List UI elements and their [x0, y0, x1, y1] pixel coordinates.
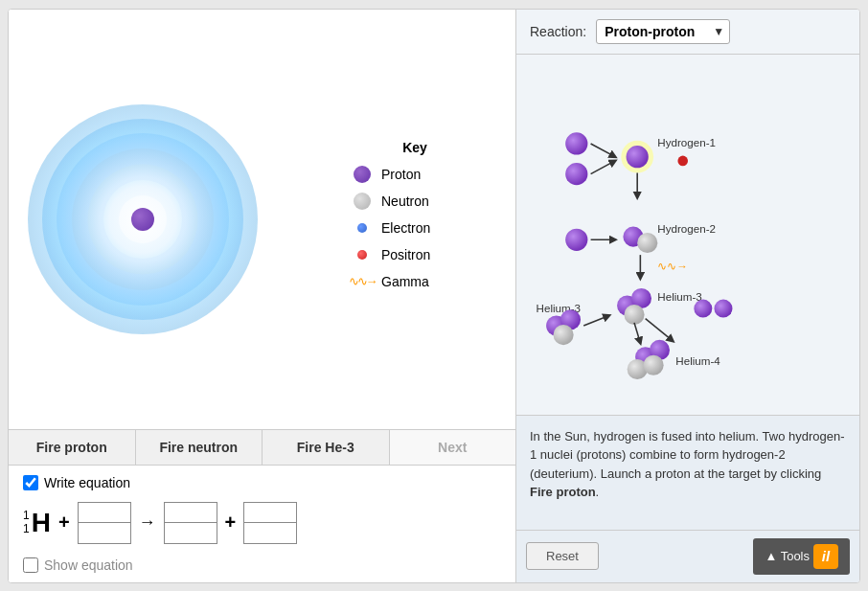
- write-equation-checkbox[interactable]: [23, 475, 38, 490]
- eq-box-2-inner: [165, 503, 217, 543]
- reaction-select[interactable]: Proton-proton CNO cycle: [596, 19, 730, 44]
- tools-orange-icon: il: [813, 544, 838, 569]
- right-panel: Reaction: Proton-proton CNO cycle ▼: [516, 10, 859, 582]
- electron-circle: [357, 223, 367, 233]
- nucleus-scripts: 1 1: [23, 510, 30, 534]
- h2-label: Hydrogen-2: [657, 221, 716, 234]
- eq-box-3-bottom: [244, 523, 296, 543]
- main-container: Key Proton Neutron E: [8, 9, 860, 583]
- positron-label: Positron: [381, 247, 430, 262]
- neutron-label: Neutron: [381, 193, 429, 209]
- fire-proton-bold: Fire proton: [530, 485, 596, 499]
- eq-box-3-top: [244, 503, 296, 524]
- buttons-bar: Fire proton Fire neutron Fire He-3 Next: [9, 429, 515, 466]
- key-panel: Key Proton Neutron E: [343, 130, 496, 308]
- key-positron: Positron: [353, 245, 477, 264]
- reaction-header: Reaction: Proton-proton CNO cycle ▼: [516, 10, 859, 55]
- reaction-diagram: Hydrogen-1 Hydrogen-2 ∿∿→ Heli: [516, 55, 859, 415]
- reaction-svg: Hydrogen-1 Hydrogen-2 ∿∿→ Heli: [526, 64, 850, 405]
- proton-1: [565, 132, 587, 154]
- key-neutron: Neutron: [353, 192, 477, 211]
- he3r-n1: [624, 304, 644, 324]
- fire-proton-button[interactable]: Fire proton: [9, 430, 136, 465]
- he4-label: Helium-4: [675, 354, 720, 367]
- next-button[interactable]: Next: [390, 430, 516, 465]
- electron-label: Electron: [381, 220, 430, 236]
- electron-icon: [353, 218, 372, 238]
- plus-sign-2: +: [225, 511, 237, 534]
- element-symbol: 1 1 H: [23, 508, 51, 538]
- eq-box-2-bottom: [165, 523, 217, 543]
- element-letter: H: [32, 508, 51, 538]
- fire-he3-button[interactable]: Fire He-3: [263, 430, 390, 465]
- write-equation-row: Write equation: [23, 475, 501, 490]
- arrow-8: [634, 322, 640, 342]
- plus-sign-1: +: [58, 511, 70, 534]
- ejected-p1: [694, 299, 712, 317]
- show-equation-row: Show equation: [23, 557, 501, 573]
- h2-neutron: [637, 232, 657, 252]
- proton-3: [565, 228, 587, 250]
- key-gamma: ∿∿→ Gamma: [353, 272, 477, 291]
- reset-button[interactable]: Reset: [526, 542, 599, 570]
- neutron-circle: [354, 193, 371, 210]
- ejected-p2: [714, 299, 732, 317]
- equation-box-2: [164, 502, 217, 544]
- atom-area: Key Proton Neutron E: [9, 10, 515, 429]
- gamma-wave: ∿∿→: [349, 274, 377, 288]
- proton-label: Proton: [381, 167, 421, 182]
- atom-nucleus: [131, 208, 154, 231]
- equation-area: Write equation 1 1 H +: [9, 466, 515, 582]
- key-title: Key: [353, 140, 477, 155]
- description-end: .: [596, 485, 600, 499]
- atom-visualization: [28, 104, 258, 334]
- arrow-1: [591, 143, 615, 156]
- h1-label: Hydrogen-1: [657, 136, 716, 148]
- eq-box-1-inner: [79, 503, 130, 543]
- proton-icon: [353, 165, 372, 184]
- subscript: 1: [23, 523, 30, 535]
- h1-nucleus: [627, 146, 649, 168]
- key-proton: Proton: [353, 165, 477, 184]
- show-equation-checkbox[interactable]: [23, 557, 38, 573]
- bottom-bar: Reset ▲ Tools il: [516, 530, 859, 582]
- reaction-label: Reaction:: [530, 24, 586, 39]
- eq-box-2-top: [165, 503, 217, 524]
- gamma-wave-label: ∿∿→: [657, 259, 688, 271]
- equation-box-3: [243, 502, 297, 544]
- description-area: In the Sun, hydrogen is fused into heliu…: [516, 415, 859, 530]
- positron-1: [677, 155, 688, 166]
- proton-2: [565, 163, 587, 185]
- positron-circle: [357, 250, 367, 260]
- positron-icon: [353, 245, 372, 264]
- tools-icon-letter: il: [822, 548, 830, 564]
- show-equation-label: Show equation: [44, 557, 133, 573]
- eq-box-1-top: [79, 503, 130, 524]
- eq-box-3-inner: [244, 503, 296, 543]
- equation-row: 1 1 H + →: [23, 502, 501, 544]
- key-electron: Electron: [353, 218, 477, 238]
- gamma-icon: ∿∿→: [353, 272, 372, 291]
- he3l-n1: [554, 325, 574, 345]
- reaction-select-wrapper: Proton-proton CNO cycle ▼: [596, 19, 730, 44]
- he4-n2: [644, 354, 664, 375]
- arrow-6: [583, 315, 608, 326]
- superscript: 1: [23, 510, 30, 522]
- arrow-sign: →: [139, 512, 156, 533]
- arrow-2: [591, 160, 615, 173]
- he3-right-label: Helium-3: [657, 289, 701, 302]
- gamma-label: Gamma: [381, 274, 429, 289]
- equation-box-1: [78, 502, 131, 544]
- tools-label: ▲ Tools: [765, 549, 810, 563]
- fire-neutron-button[interactable]: Fire neutron: [136, 430, 263, 465]
- arrow-7: [646, 318, 674, 340]
- write-equation-label: Write equation: [44, 475, 130, 490]
- eq-box-1-bottom: [79, 523, 130, 543]
- description-text: In the Sun, hydrogen is fused into heliu…: [530, 429, 845, 481]
- tools-button[interactable]: ▲ Tools il: [753, 538, 850, 575]
- proton-circle: [354, 166, 371, 183]
- left-panel: Key Proton Neutron E: [9, 10, 516, 582]
- neutron-icon: [353, 192, 372, 211]
